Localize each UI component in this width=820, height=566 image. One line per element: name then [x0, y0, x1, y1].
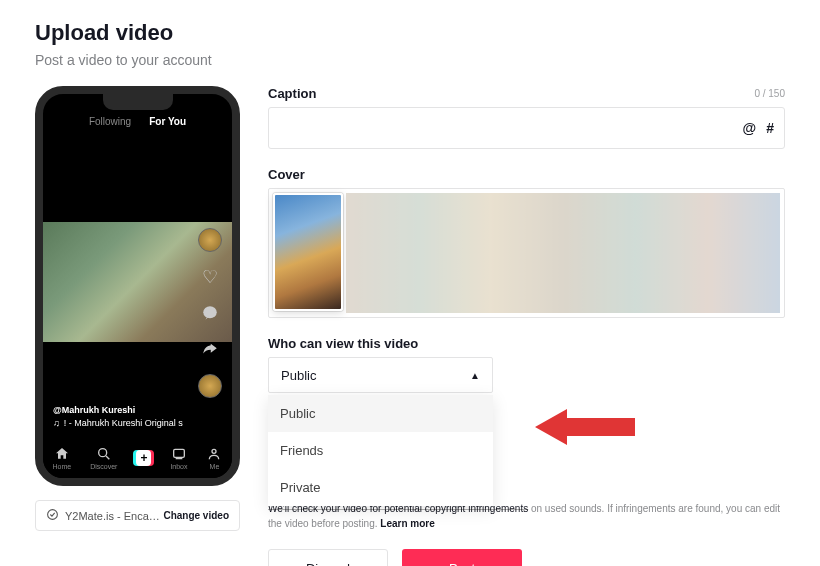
caret-up-icon: ▲ [470, 370, 480, 381]
svg-point-4 [212, 449, 216, 453]
phone-nav: Home Discover + Inbox Me [43, 438, 232, 478]
tab-for-you[interactable]: For You [149, 116, 186, 127]
annotation-arrow [535, 402, 635, 456]
nav-create-button[interactable]: + [136, 450, 151, 466]
svg-point-1 [98, 449, 106, 457]
check-circle-icon [46, 508, 59, 523]
cover-selected-thumb[interactable] [273, 193, 343, 311]
page-title: Upload video [35, 20, 785, 46]
file-name: Y2Mate.is - Encanto bu... [65, 510, 160, 522]
caption-label: Caption [268, 86, 316, 101]
svg-point-5 [48, 510, 58, 520]
privacy-dropdown[interactable]: Public ▲ [268, 357, 493, 393]
video-info: @Mahrukh Kureshi ♫ ! - Mahrukh Kureshi O… [53, 405, 183, 428]
mention-icon[interactable]: @ [743, 120, 757, 136]
nav-inbox[interactable]: Inbox [170, 446, 187, 470]
svg-line-2 [106, 456, 109, 459]
phone-notch [103, 94, 173, 110]
cover-thumbnail-strip[interactable] [346, 193, 780, 313]
phone-preview: Following For You ♡ @Mahrukh Kure [35, 86, 240, 486]
page-subtitle: Post a video to your account [35, 52, 785, 68]
caption-input[interactable] [279, 121, 733, 136]
change-video-button[interactable]: Change video [163, 510, 229, 521]
privacy-field: Who can view this video Public ▲ Public … [268, 336, 785, 566]
tab-following[interactable]: Following [89, 116, 131, 127]
nav-home[interactable]: Home [52, 446, 71, 470]
svg-rect-3 [174, 449, 185, 457]
comment-icon[interactable] [199, 302, 221, 324]
sound-disc-icon[interactable] [198, 374, 222, 398]
option-friends[interactable]: Friends [268, 432, 493, 469]
cover-field: Cover [268, 167, 785, 318]
option-public[interactable]: Public [268, 395, 493, 432]
caption-counter: 0 / 150 [754, 88, 785, 99]
music-note-icon: ♫ [53, 418, 60, 428]
video-actions: ♡ [198, 228, 222, 398]
svg-point-0 [203, 306, 217, 318]
page-header: Upload video Post a video to your accoun… [35, 20, 785, 68]
privacy-selected: Public [281, 368, 316, 383]
right-avatar-icon[interactable] [198, 228, 222, 252]
video-sound: ! - Mahrukh Kureshi Original s [64, 418, 183, 428]
option-private[interactable]: Private [268, 469, 493, 506]
nav-discover[interactable]: Discover [90, 446, 117, 470]
share-icon[interactable] [199, 338, 221, 360]
video-username: @Mahrukh Kureshi [53, 405, 183, 415]
caption-field: Caption 0 / 150 @ # [268, 86, 785, 149]
privacy-label: Who can view this video [268, 336, 785, 351]
learn-more-link[interactable]: Learn more [380, 518, 434, 529]
nav-me[interactable]: Me [206, 446, 222, 470]
hashtag-icon[interactable]: # [766, 120, 774, 136]
discard-button[interactable]: Discard [268, 549, 388, 566]
privacy-menu: Public Friends Private [268, 395, 493, 506]
svg-marker-6 [535, 409, 635, 445]
cover-label: Cover [268, 167, 785, 182]
file-bar: Y2Mate.is - Encanto bu... Change video [35, 500, 240, 531]
post-button[interactable]: Post [402, 549, 522, 566]
heart-icon[interactable]: ♡ [199, 266, 221, 288]
